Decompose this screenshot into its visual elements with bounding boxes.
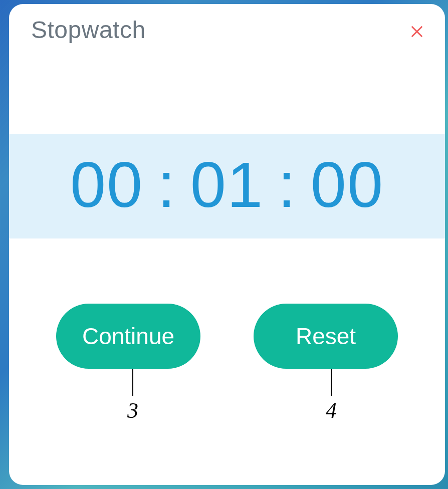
annotation-layer: 3 4 [9, 369, 445, 444]
time-seconds: 00 [311, 149, 384, 220]
time-hours: 00 [70, 149, 143, 220]
continue-button[interactable]: Continue [56, 304, 200, 369]
time-display-strip: 00:01:00 [9, 134, 445, 238]
time-display: 00:01:00 [70, 148, 384, 221]
reset-button[interactable]: Reset [254, 304, 398, 369]
annotation-callout-4: 4 [326, 369, 337, 423]
annotation-label: 3 [127, 398, 138, 423]
header: Stopwatch [9, 4, 445, 44]
buttons-row: Continue Reset [9, 304, 445, 369]
time-minutes: 01 [190, 149, 264, 220]
time-separator: : [143, 148, 190, 221]
panel-title: Stopwatch [31, 16, 146, 44]
annotation-callout-3: 3 [127, 369, 138, 423]
close-icon[interactable] [408, 23, 426, 41]
annotation-label: 4 [326, 398, 337, 423]
annotation-line [132, 369, 133, 396]
time-separator: : [264, 148, 311, 221]
stopwatch-panel: Stopwatch 00:01:00 Continue Reset 3 4 [9, 4, 445, 485]
annotation-line [331, 369, 332, 396]
